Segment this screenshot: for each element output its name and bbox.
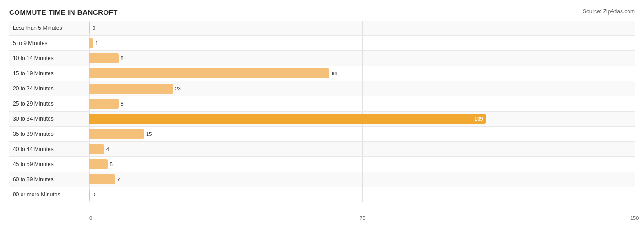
bar-track: 109: [89, 112, 635, 126]
bar-row: 40 to 44 Minutes4: [9, 142, 635, 157]
bar-label: 40 to 44 Minutes: [9, 146, 89, 152]
bar-fill: [89, 129, 144, 139]
bar-label: 60 to 89 Minutes: [9, 176, 89, 183]
bar-row: 60 to 89 Minutes7: [9, 172, 635, 187]
bar-label: 10 to 14 Minutes: [9, 55, 89, 61]
bar-row: 15 to 19 Minutes66: [9, 66, 635, 81]
bar-track: 5: [89, 157, 635, 172]
bar-label: 30 to 34 Minutes: [9, 116, 89, 122]
bar-fill: [89, 190, 90, 200]
bar-label: 25 to 29 Minutes: [9, 100, 89, 107]
bar-label: 45 to 59 Minutes: [9, 161, 89, 167]
gridline: [362, 36, 363, 50]
bar-value: 4: [106, 146, 109, 152]
gridline: [362, 96, 363, 111]
gridline: [635, 66, 635, 81]
gridline: [362, 51, 363, 66]
bar-track: 66: [89, 66, 635, 81]
x-axis-tick: 75: [360, 215, 366, 221]
bar-row: 35 to 39 Minutes15: [9, 127, 635, 142]
x-axis-tick: 150: [630, 215, 639, 221]
bar-track: 7: [89, 172, 635, 187]
gridline: [635, 142, 635, 156]
bar-row: 45 to 59 Minutes5: [9, 157, 635, 172]
bar-value: 1: [95, 40, 98, 46]
bar-label: 90 or more Minutes: [9, 191, 89, 198]
bar-label: 5 to 9 Minutes: [9, 40, 89, 46]
bar-track: 8: [89, 51, 635, 66]
bar-row: Less than 5 Minutes0: [9, 21, 635, 36]
gridline: [362, 81, 363, 96]
bar-row: 5 to 9 Minutes1: [9, 36, 635, 51]
bar-fill: [89, 99, 119, 109]
bar-value-inside: 109: [475, 116, 483, 122]
bar-value: 23: [175, 86, 181, 91]
bar-row: 10 to 14 Minutes8: [9, 51, 635, 66]
chart-source: Source: ZipAtlas.com: [583, 8, 635, 15]
bar-value: 0: [93, 192, 95, 197]
gridline: [362, 127, 363, 141]
gridline: [635, 112, 635, 126]
bar-value: 8: [121, 101, 124, 106]
bar-track: 23: [89, 81, 635, 96]
gridline: [635, 21, 635, 35]
gridline: [635, 187, 635, 202]
bar-track: 1: [89, 36, 635, 50]
bar-value: 66: [332, 71, 337, 76]
bar-track: 0: [89, 21, 635, 35]
bars-area: Less than 5 Minutes05 to 9 Minutes110 to…: [9, 21, 635, 213]
chart-container: COMMUTE TIME IN BANCROFT Source: ZipAtla…: [0, 0, 644, 240]
gridline: [635, 51, 635, 66]
bar-fill: [89, 159, 108, 169]
bar-fill: [89, 23, 90, 33]
gridline: [362, 21, 363, 35]
gridline: [362, 66, 363, 81]
bar-fill: [89, 84, 173, 94]
gridline: [362, 157, 363, 172]
bar-value: 15: [146, 131, 152, 137]
bar-value: 5: [110, 162, 113, 167]
bar-track: 0: [89, 187, 635, 202]
x-axis-tick: 0: [89, 215, 92, 221]
bar-label: 35 to 39 Minutes: [9, 131, 89, 137]
chart-title: COMMUTE TIME IN BANCROFT: [9, 8, 118, 16]
bar-label: 15 to 19 Minutes: [9, 70, 89, 77]
gridline: [635, 172, 635, 187]
bar-label: Less than 5 Minutes: [9, 25, 89, 31]
gridline: [635, 127, 635, 141]
gridline: [362, 187, 363, 202]
gridline: [635, 157, 635, 172]
x-axis: 075150: [89, 215, 635, 224]
gridline: [362, 142, 363, 156]
bar-track: 15: [89, 127, 635, 141]
bar-fill: [89, 174, 115, 184]
bar-row: 30 to 34 Minutes109: [9, 112, 635, 127]
bar-fill: [89, 53, 119, 63]
bar-row: 25 to 29 Minutes8: [9, 96, 635, 112]
bar-fill: 109: [89, 114, 486, 124]
bar-value: 0: [93, 25, 95, 31]
bar-fill: [89, 144, 104, 154]
chart-header: COMMUTE TIME IN BANCROFT Source: ZipAtla…: [9, 8, 635, 16]
bar-value: 7: [117, 177, 120, 182]
bar-label: 20 to 24 Minutes: [9, 85, 89, 92]
bar-fill: [89, 38, 93, 48]
bar-track: 4: [89, 142, 635, 156]
bar-fill: [89, 68, 329, 78]
bar-value: 8: [121, 56, 124, 61]
bar-track: 8: [89, 96, 635, 111]
gridline: [362, 172, 363, 187]
gridline: [635, 96, 635, 111]
bar-row: 90 or more Minutes0: [9, 187, 635, 202]
gridline: [635, 36, 635, 50]
bar-row: 20 to 24 Minutes23: [9, 81, 635, 96]
gridline: [635, 81, 635, 96]
